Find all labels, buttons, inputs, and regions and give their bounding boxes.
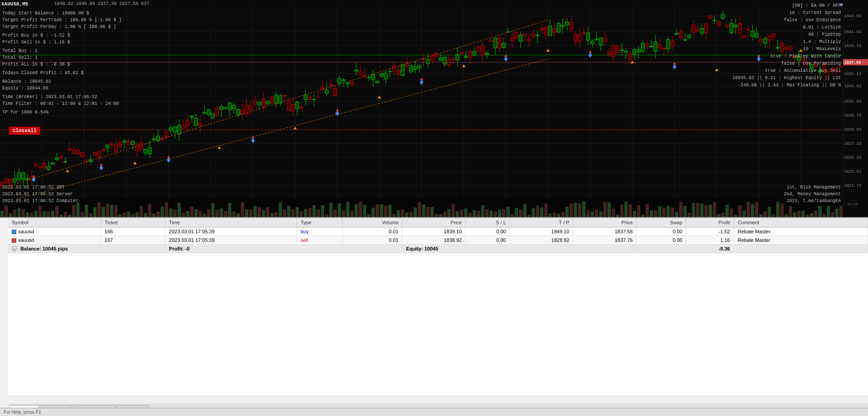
symbol-title: XAUUSD,M5 <box>1 1 28 7</box>
cell-comment: Rebate Master <box>734 227 868 236</box>
col-comment: Comment <box>734 218 868 227</box>
cell-tp: 1849.10 <box>510 227 573 236</box>
col-sl: S / L <box>466 218 510 227</box>
status-text: For Help, press F1 <box>4 410 41 415</box>
col-time: Time <box>165 218 297 227</box>
cell-symbol: xauusd <box>8 227 101 236</box>
table-container: Symbol Ticket Time Type Volume Price S /… <box>8 218 868 395</box>
table-row: xauusd 166 2023.03.01 17:05:39 buy 0.01 … <box>8 227 868 236</box>
balance-summary-row: − Balance: 10045 pips Profit: -0 Equity:… <box>8 245 868 253</box>
cell-price-open: 1839.10 <box>402 227 466 236</box>
col-profit: Profit <box>686 218 734 227</box>
col-price-current: Price <box>573 218 637 227</box>
symbol-icon <box>12 238 16 243</box>
cell-price-open: 1838.92 <box>402 236 466 245</box>
equity-label: Equity: 10045 <box>402 245 637 253</box>
bottom-panel: Toolbox Symbol Ticket Time Type Volume P… <box>0 217 868 416</box>
total-profit: -0.36 <box>637 245 734 253</box>
cell-sl: 0.00 <box>466 236 510 245</box>
chart-area: XAUUSD,M5 1840.02 1840.09 1837.38 1837.5… <box>0 0 868 217</box>
cell-comment: Rebate Master <box>734 236 868 245</box>
cell-sl: 0.00 <box>466 227 510 236</box>
ohlc-display: 1840.02 1840.09 1837.38 1837.58 637 <box>54 1 149 6</box>
trade-table: Symbol Ticket Time Type Volume Price S /… <box>8 218 868 253</box>
col-ticket: Ticket <box>101 218 165 227</box>
cell-type: sell <box>297 236 342 245</box>
col-tp: T / P <box>510 218 573 227</box>
col-swap: Swap <box>637 218 686 227</box>
cell-volume: 0.01 <box>342 227 402 236</box>
chart-canvas <box>0 0 868 217</box>
col-volume: Volume <box>342 218 402 227</box>
cell-type: buy <box>297 227 342 236</box>
profit-label: Profit: -0 <box>165 245 402 253</box>
cell-time: 2023.03.01 17:05:39 <box>165 236 297 245</box>
cell-swap: 0.00 <box>637 227 686 236</box>
cell-profit: -1.52 <box>686 227 734 236</box>
col-symbol: Symbol <box>8 218 101 227</box>
cell-swap: 0.00 <box>637 236 686 245</box>
symbol-icon <box>12 230 16 234</box>
table-row: xauusd 167 2023.03.01 17:05:39 sell 0.01… <box>8 236 868 245</box>
cell-time: 2023.03.01 17:05:39 <box>165 227 297 236</box>
cell-profit: 1.16 <box>686 236 734 245</box>
cell-tp: 1828.92 <box>510 236 573 245</box>
balance-label: − Balance: 10045 pips <box>8 245 165 253</box>
cell-symbol: xauusd <box>8 236 101 245</box>
col-type: Type <box>297 218 342 227</box>
cell-price-current: 1837.58 <box>573 227 637 236</box>
close-all-button[interactable]: CloseAll <box>9 127 40 135</box>
col-price-open: Price <box>402 218 466 227</box>
cell-ticket: 166 <box>101 227 165 236</box>
table-header-row: Symbol Ticket Time Type Volume Price S /… <box>8 218 868 227</box>
status-bar: For Help, press F1 <box>0 408 868 416</box>
cell-ticket: 167 <box>101 236 165 245</box>
cell-volume: 0.01 <box>342 236 402 245</box>
cell-price-current: 1837.76 <box>573 236 637 245</box>
